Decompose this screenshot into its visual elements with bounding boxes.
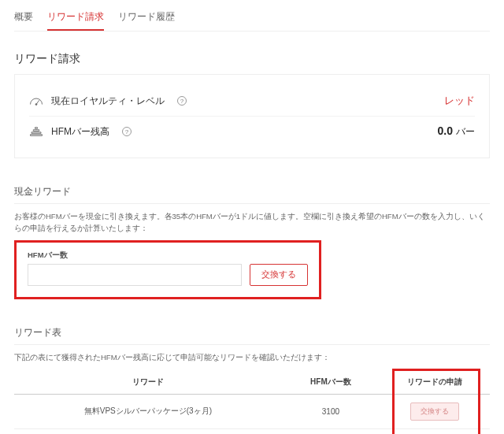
reward-bars: 2500: [282, 428, 380, 434]
cash-reward-desc: お客様のHFMバーを現金に引き換えます。各35本のHFMバーが1ドルに値します。…: [14, 210, 490, 234]
tab-claim[interactable]: リワード請求: [47, 8, 104, 31]
help-icon[interactable]: ?: [122, 127, 132, 136]
gauge-icon: [29, 95, 43, 106]
col-reward: リワード: [14, 370, 282, 395]
col-bars: HFMバー数: [282, 370, 380, 395]
loyalty-value: レッド: [444, 94, 475, 108]
table-row: アナリストとの1時間セッション 2500 交換する: [14, 428, 490, 434]
tab-overview[interactable]: 概要: [14, 8, 33, 31]
bars-field-label: HFMバー数: [28, 250, 308, 261]
exchange-button[interactable]: 交換する: [250, 264, 308, 286]
table-row: 無料VPSシルバーパッケージ(3ヶ月) 3100 交換する: [14, 394, 490, 428]
svg-point-1: [35, 104, 37, 106]
bars-icon: [29, 126, 43, 137]
loyalty-row: 現在ロイヤルティ・レベル ? レッド: [29, 86, 475, 116]
balance-value: 0.0バー: [438, 124, 475, 139]
balance-label: HFMバー残高: [51, 125, 109, 139]
balance-row: HFMバー残高 ? 0.0バー: [29, 116, 475, 147]
exchange-form-highlight: HFMバー数 交換する: [14, 240, 321, 299]
loyalty-label: 現在ロイヤルティ・レベル: [51, 95, 165, 108]
bars-input[interactable]: [28, 264, 242, 286]
reward-table-title: リワード表: [14, 326, 490, 345]
tabs-bar: 概要 リワード請求 リワード履歴: [14, 8, 490, 32]
reward-name: アナリストとの1時間セッション: [14, 428, 282, 434]
reward-name: 無料VPSシルバーパッケージ(3ヶ月): [14, 394, 282, 428]
info-box: 現在ロイヤルティ・レベル ? レッド HFMバー残高 ? 0.0バー: [14, 74, 490, 158]
rewards-table: リワード HFMバー数 リワードの申請 無料VPSシルバーパッケージ(3ヶ月) …: [14, 370, 490, 434]
reward-bars: 3100: [282, 394, 380, 428]
help-icon[interactable]: ?: [177, 96, 187, 106]
tab-history[interactable]: リワード履歴: [118, 8, 175, 31]
page-title: リワード請求: [14, 52, 490, 66]
claim-button[interactable]: 交換する: [410, 402, 459, 421]
cash-reward-title: 現金リワード: [14, 185, 490, 204]
reward-table-desc: 下記の表にて獲得されたHFMバー残高に応じて申請可能なリワードを確認いただけます…: [14, 351, 490, 363]
col-claim: リワードの申請: [380, 370, 490, 395]
